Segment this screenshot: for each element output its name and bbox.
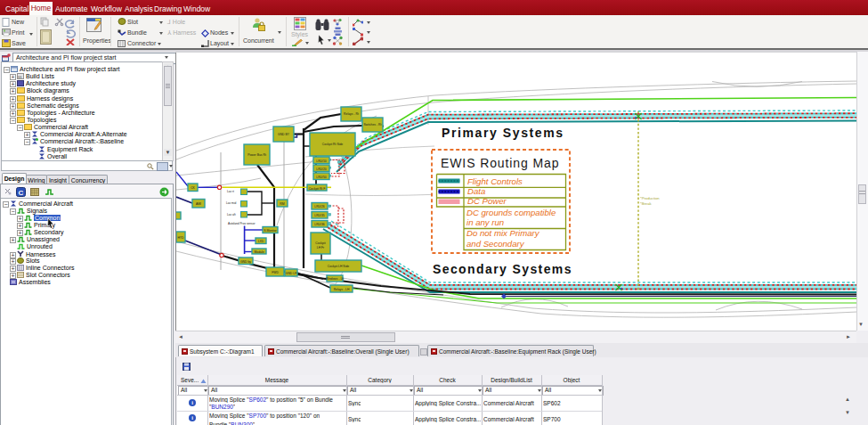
svg-text:ss: ss xyxy=(18,75,22,79)
svg-text:and Secondary: and Secondary xyxy=(466,239,525,249)
svg-text:Lav mid: Lav mid xyxy=(226,201,236,205)
svg-text:DC grounds compatible: DC grounds compatible xyxy=(466,208,556,217)
svg-text:Secondary Systems: Secondary Systems xyxy=(433,262,572,276)
svg-text:Primary Systems: Primary Systems xyxy=(442,126,564,140)
svg-text:Switches - Rt: Switches - Rt xyxy=(364,123,382,127)
svg-text:CK: CK xyxy=(191,186,195,190)
svg-text:LRU/20: LRU/20 xyxy=(316,168,327,171)
svg-text:S.Monitor: S.Monitor xyxy=(264,229,277,233)
svg-text:Flight Controls: Flight Controls xyxy=(467,176,523,186)
svg-text:LH Fr: LH Fr xyxy=(317,246,325,249)
svg-text:in any run: in any run xyxy=(466,217,504,227)
svg-text:FWD: FWD xyxy=(272,271,279,274)
svg-text:Module: Module xyxy=(254,250,264,254)
svg-text:HYD: HYD xyxy=(177,236,184,240)
svg-text:Lav rt: Lav rt xyxy=(227,190,234,193)
svg-text:*Production: *Production xyxy=(640,196,660,200)
svg-text:GND LF: GND LF xyxy=(286,272,296,275)
svg-text:LRU/10: LRU/10 xyxy=(316,159,327,163)
svg-text:LRU/35: LRU/35 xyxy=(314,214,325,217)
svg-text:Relays - LH: Relays - LH xyxy=(334,288,350,291)
svg-text:Do not mix Primary: Do not mix Primary xyxy=(466,228,540,238)
svg-text:Relays - Rt: Relays - Rt xyxy=(344,112,359,116)
svg-text:LXD: LXD xyxy=(258,240,264,243)
svg-text:Cockpit LH Side: Cockpit LH Side xyxy=(328,265,349,268)
svg-text:Cockpit: Cockpit xyxy=(315,241,325,245)
svg-text:Data: Data xyxy=(467,186,485,196)
svg-text:LRU/36: LRU/36 xyxy=(314,223,325,226)
svg-text:GND by: GND by xyxy=(240,260,251,264)
svg-text:Cockpit Rt F: Cockpit Rt F xyxy=(309,187,326,191)
svg-text:AMI: AMI xyxy=(196,202,201,206)
svg-text:GND BY: GND BY xyxy=(278,133,290,136)
svg-text:Windows - Lft: Windows - Lft xyxy=(326,277,345,281)
svg-text:Autoland Prox sensor: Autoland Prox sensor xyxy=(228,222,256,225)
svg-text:LRU/50: LRU/50 xyxy=(316,176,327,179)
svg-text:C: C xyxy=(19,189,24,197)
svg-text:RM: RM xyxy=(280,202,284,206)
svg-text:DC Power: DC Power xyxy=(467,196,507,206)
svg-text:LRU/26: LRU/26 xyxy=(314,205,325,208)
svg-text:Lav aft: Lav aft xyxy=(227,213,236,217)
svg-text:Cockpit Rt Side: Cockpit Rt Side xyxy=(322,143,343,146)
svg-text:*Break: *Break xyxy=(640,201,652,206)
svg-text:Power Bus Rt: Power Bus Rt xyxy=(247,153,266,157)
svg-text:EWIS Routing Map: EWIS Routing Map xyxy=(441,156,559,170)
